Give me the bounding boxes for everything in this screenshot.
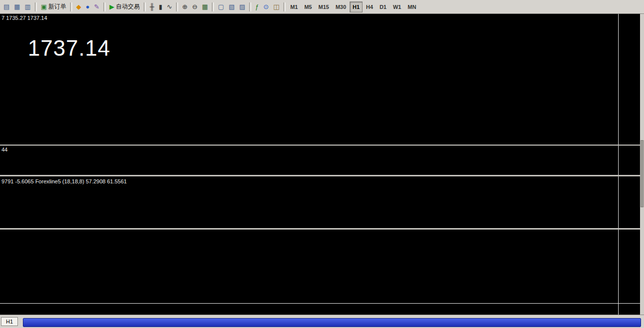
zoom-out-icon: ⊖: [192, 3, 197, 10]
toolbar-separator: [212, 2, 214, 11]
tile-windows-button[interactable]: ▦: [200, 1, 210, 13]
new-order-label: 新订单: [48, 2, 66, 11]
bottom-bar: H1: [0, 315, 644, 328]
main-chart-canvas[interactable]: [0, 14, 618, 145]
terminal-collapsed-bar[interactable]: [23, 318, 641, 327]
templates-button[interactable]: ◫: [271, 1, 281, 13]
line-chart-button[interactable]: ∿: [165, 1, 174, 13]
tf-d1-button[interactable]: D1: [376, 1, 389, 12]
navigator-icon: ▧: [229, 3, 235, 10]
tf-mn-button[interactable]: MN: [405, 1, 419, 12]
toolbar-separator: [176, 2, 178, 11]
indicator1-value: 44: [1, 147, 7, 153]
periods-icon: ⊙: [263, 3, 269, 10]
terminal-button[interactable]: ▨: [237, 1, 247, 13]
price-axis: [618, 14, 640, 315]
metaeditor-icon: ◆: [76, 3, 81, 10]
toolbar-separator: [144, 2, 146, 11]
tile-windows-icon: ▦: [202, 3, 208, 10]
pane-separator[interactable]: [0, 145, 640, 146]
navigator-button[interactable]: ▧: [227, 1, 237, 13]
scripts-icon: ✎: [94, 3, 99, 10]
vertical-scrollbar[interactable]: [640, 14, 644, 315]
pane-separator[interactable]: [0, 228, 640, 230]
chart-tab-h1[interactable]: H1: [1, 317, 18, 326]
tf-h4-button[interactable]: H4: [363, 1, 376, 12]
chart-area[interactable]: 7 1735.27 1737.14 1737.14 44 9791 -5.606…: [0, 14, 618, 315]
style-palette-button[interactable]: ●: [84, 1, 92, 13]
tf-h1-button[interactable]: H1: [350, 1, 363, 12]
tf-m30-button[interactable]: M30: [333, 1, 349, 12]
zoom-out-button[interactable]: ⊖: [190, 1, 199, 13]
autotrading-button[interactable]: ▶自动交易: [107, 1, 142, 13]
bar-chart-icon: ╫: [150, 3, 154, 10]
toolbar-separator: [70, 2, 72, 11]
scrollbar-thumb[interactable]: [641, 140, 644, 207]
data-window-icon: ▢: [218, 3, 224, 10]
mt4-window: ▤▦▥▣新订单◆●✎▶自动交易╫▮∿⊕⊖▦▢▧▨ƒ⊙◫M1M5M15M30H1H…: [0, 0, 644, 328]
metaeditor-button[interactable]: ◆: [74, 1, 83, 13]
toolbar-separator: [249, 2, 251, 11]
profiles-button[interactable]: ▦: [12, 1, 22, 13]
time-axis-separator: [0, 303, 640, 304]
autotrading-label: 自动交易: [116, 2, 140, 11]
time-axis: [0, 304, 618, 315]
big-price-display: 1737.14: [28, 36, 110, 61]
chart-list-button[interactable]: ▥: [23, 1, 33, 13]
zoom-in-icon: ⊕: [182, 3, 187, 10]
pane-separator[interactable]: [0, 175, 640, 176]
scripts-button[interactable]: ✎: [92, 1, 101, 13]
new-order-icon: ▣: [41, 3, 47, 10]
candlestick-chart-button[interactable]: ▮: [157, 1, 164, 13]
toolbar-separator: [35, 2, 37, 11]
profiles-icon: ▦: [14, 3, 20, 10]
templates-icon: ◫: [273, 3, 279, 10]
autotrading-icon: ▶: [109, 3, 114, 10]
style-palette-icon: ●: [86, 3, 90, 10]
tf-m15-button[interactable]: M15: [315, 1, 332, 12]
zoom-in-button[interactable]: ⊕: [180, 1, 189, 13]
toolbar-separator: [283, 2, 285, 11]
periods-button[interactable]: ⊙: [261, 1, 271, 13]
indicator1-canvas[interactable]: [0, 146, 618, 175]
new-chart-icon: ▤: [3, 3, 9, 10]
tf-w1-button[interactable]: W1: [390, 1, 404, 12]
indicator2-value: 9791 -5.6065 Forexline5 (18,18,8) 57.290…: [1, 178, 127, 184]
chart-list-icon: ▥: [25, 3, 31, 10]
ohlc-readout: 7 1735.27 1737.14: [1, 15, 47, 21]
new-order-button[interactable]: ▣新订单: [39, 1, 68, 13]
indicator3-canvas[interactable]: [0, 230, 618, 303]
data-window-button[interactable]: ▢: [216, 1, 226, 13]
bar-chart-button[interactable]: ╫: [148, 1, 156, 13]
toolbar: ▤▦▥▣新订单◆●✎▶自动交易╫▮∿⊕⊖▦▢▧▨ƒ⊙◫M1M5M15M30H1H…: [0, 0, 644, 14]
line-chart-icon: ∿: [167, 3, 172, 10]
tf-m5-button[interactable]: M5: [301, 1, 315, 12]
indicators-icon: ƒ: [255, 3, 259, 10]
new-chart-button[interactable]: ▤: [1, 1, 11, 13]
candlestick-chart-icon: ▮: [159, 3, 162, 10]
tf-m1-button[interactable]: M1: [287, 1, 301, 12]
indicators-button[interactable]: ƒ: [253, 1, 261, 13]
terminal-icon: ▨: [239, 3, 245, 10]
toolbar-separator: [103, 2, 105, 11]
